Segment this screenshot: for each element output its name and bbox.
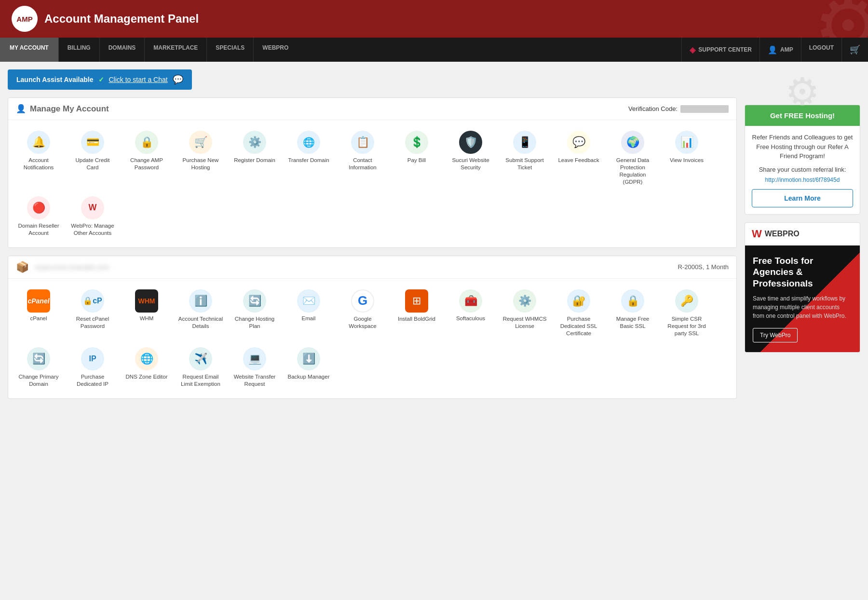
purchase-dedicated-ip-label: Purchase Dedicated IP: [70, 373, 115, 388]
share-label: Share your custom referral link:: [752, 166, 853, 173]
contact-information-item[interactable]: 📋 Contact Information: [336, 126, 389, 191]
backup-manager-item[interactable]: ⬇️ Backup Manager: [282, 342, 335, 393]
cpanel-item[interactable]: cPanel cPanel: [12, 285, 65, 342]
amp-button[interactable]: 👤 AMP: [760, 38, 801, 62]
purchase-dedicated-ssl-label: Purchase Dedicated SSL Certificate: [556, 315, 601, 337]
domain-reseller-label: Domain Reseller Account: [16, 222, 61, 237]
google-workspace-label: Google Workspace: [340, 315, 385, 330]
gdpr-item[interactable]: 🌍 General Data Protection Regulation (GD…: [606, 126, 659, 191]
change-primary-domain-icon: 🔄: [27, 347, 50, 370]
change-primary-domain-item[interactable]: 🔄 Change Primary Domain: [12, 342, 65, 393]
account-technical-details-item[interactable]: ℹ️ Account Technical Details: [174, 285, 227, 342]
webpro-manage-item[interactable]: W WebPro: Manage Other Accounts: [66, 191, 119, 242]
cart-button[interactable]: 🛒: [841, 38, 868, 62]
try-webpro-button[interactable]: Try WebPro: [753, 328, 798, 342]
reset-cpanel-password-icon: 🔒cP: [81, 289, 104, 313]
change-amp-password-item[interactable]: 🔒 Change AMP Password: [120, 126, 173, 191]
whm-item[interactable]: WHM WHM: [120, 285, 173, 342]
account-technical-details-label: Account Technical Details: [178, 315, 223, 330]
chat-bar[interactable]: Launch Assist Available ✓ Click to start…: [8, 69, 192, 90]
manage-account-section: 👤 Manage My Account Verification Code: 🔔…: [8, 97, 737, 248]
webpro-manage-icon: W: [81, 196, 104, 219]
learn-more-button[interactable]: Learn More: [752, 189, 853, 207]
register-domain-item[interactable]: ⚙️ Register Domain: [228, 126, 281, 191]
webpro-banner-title: Free Tools for Agencies & Professionals: [753, 255, 852, 289]
whm-label: WHM: [140, 315, 154, 321]
check-icon: ✓: [98, 76, 104, 83]
purchase-new-hosting-item[interactable]: 🛒 Purchase New Hosting: [174, 126, 227, 191]
sucuri-item[interactable]: 🛡️ Sucuri Website Security: [444, 126, 497, 191]
navigation: MY ACCOUNT BILLING DOMAINS MARKETPLACE S…: [0, 38, 868, 62]
pay-bill-icon: 💲: [405, 131, 428, 154]
request-whmcs-item[interactable]: ⚙️ Request WHMCS License: [498, 285, 551, 342]
domain-reseller-icon: 🔴: [27, 196, 50, 219]
support-center-button[interactable]: ◈ SUPPORT CENTER: [681, 38, 760, 62]
google-workspace-item[interactable]: G Google Workspace: [336, 285, 389, 342]
account-notifications-item[interactable]: 🔔 Account Notifications: [12, 126, 65, 191]
backup-manager-label: Backup Manager: [288, 373, 330, 381]
leave-feedback-item[interactable]: 💬 Leave Feedback: [552, 126, 605, 191]
purchase-new-hosting-icon: 🛒: [189, 131, 212, 154]
update-credit-card-item[interactable]: 💳 Update Credit Card: [66, 126, 119, 191]
backup-manager-icon: ⬇️: [297, 347, 320, 370]
pay-bill-item[interactable]: 💲 Pay Bill: [390, 126, 443, 191]
manage-free-ssl-icon: 🔒: [621, 289, 644, 313]
verification-code: Verification Code:: [628, 105, 729, 113]
contact-information-label: Contact Information: [340, 157, 385, 171]
nav-item-my-account[interactable]: MY ACCOUNT: [0, 38, 59, 62]
request-email-limit-item[interactable]: ✈️ Request Email Limit Exemption: [174, 342, 227, 393]
simple-csr-label: Simple CSR Request for 3rd party SSL: [664, 315, 709, 337]
purchase-dedicated-ip-item[interactable]: IP Purchase Dedicated IP: [66, 342, 119, 393]
free-hosting-card: Get FREE Hosting! Refer Friends and Coll…: [745, 105, 860, 215]
transfer-domain-item[interactable]: 🌐 Transfer Domain: [282, 126, 335, 191]
email-item[interactable]: ✉️ Email: [282, 285, 335, 342]
user-icon: 👤: [16, 104, 26, 114]
change-amp-password-icon: 🔒: [135, 131, 158, 154]
domain-reseller-item[interactable]: 🔴 Domain Reseller Account: [12, 191, 65, 242]
submit-support-ticket-icon: 📱: [513, 131, 536, 154]
logo[interactable]: AMP: [12, 6, 38, 32]
nav-item-marketplace[interactable]: MARKETPLACE: [145, 38, 207, 62]
website-transfer-item[interactable]: 💻 Website Transfer Request: [228, 342, 281, 393]
nav-item-domains[interactable]: DOMAINS: [100, 38, 145, 62]
change-hosting-plan-item[interactable]: 🔄 Change Hosting Plan: [228, 285, 281, 342]
logout-button[interactable]: LOGOUT: [801, 38, 841, 62]
sucuri-icon: 🛡️: [459, 131, 482, 154]
install-boldgrid-label: Install BoldGrid: [398, 315, 435, 323]
install-boldgrid-icon: ⊞: [405, 289, 428, 313]
leave-feedback-label: Leave Feedback: [558, 157, 599, 164]
reset-cpanel-password-item[interactable]: 🔒cP Reset cPanel Password: [66, 285, 119, 342]
simple-csr-item[interactable]: 🔑 Simple CSR Request for 3rd party SSL: [660, 285, 713, 342]
chat-bubble-icon: 💬: [173, 74, 183, 85]
request-whmcs-icon: ⚙️: [513, 289, 536, 313]
webpro-card: W WEBPRO Free Tools for Agencies & Profe…: [745, 222, 860, 353]
hosting-header: 📦 myaccount.example.com R-2000S, 1 Month: [8, 256, 736, 279]
hosting-grid: cPanel cPanel 🔒cP Reset cPanel Password …: [8, 279, 736, 399]
website-transfer-label: Website Transfer Request: [232, 373, 277, 388]
change-hosting-plan-icon: 🔄: [243, 289, 266, 313]
chat-link[interactable]: Click to start a Chat: [109, 76, 168, 83]
free-hosting-body: Refer Friends and Colleagues to get Free…: [745, 126, 860, 214]
dns-zone-editor-item[interactable]: 🌐 DNS Zone Editor: [120, 342, 173, 393]
install-boldgrid-item[interactable]: ⊞ Install BoldGrid: [390, 285, 443, 342]
softaculous-item[interactable]: 🧰 Softaculous: [444, 285, 497, 342]
webpro-banner-body: Save time and simplify workflows by mana…: [753, 294, 852, 320]
submit-support-ticket-item[interactable]: 📱 Submit Support Ticket: [498, 126, 551, 191]
change-hosting-plan-label: Change Hosting Plan: [232, 315, 277, 330]
nav-item-billing[interactable]: BILLING: [59, 38, 100, 62]
nav-item-webpro[interactable]: WEBPRO: [254, 38, 297, 62]
register-domain-label: Register Domain: [234, 157, 275, 164]
view-invoices-item[interactable]: 📊 View Invoices: [660, 126, 713, 191]
nav-item-specials[interactable]: SPECIALS: [207, 38, 254, 62]
webpro-manage-label: WebPro: Manage Other Accounts: [70, 222, 115, 237]
referral-link[interactable]: http://inmotion.host/6f78945d: [765, 177, 840, 183]
purchase-dedicated-ssl-item[interactable]: 🔐 Purchase Dedicated SSL Certificate: [552, 285, 605, 342]
request-email-limit-icon: ✈️: [189, 347, 212, 370]
free-hosting-header[interactable]: Get FREE Hosting!: [745, 105, 860, 126]
hosting-account-name: myaccount.example.com: [35, 263, 672, 271]
webpro-logo-label: WEBPRO: [765, 230, 800, 238]
dns-zone-editor-icon: 🌐: [135, 347, 158, 370]
manage-free-ssl-item[interactable]: 🔒 Manage Free Basic SSL: [606, 285, 659, 342]
free-hosting-description: Refer Friends and Colleagues to get Free…: [752, 133, 853, 161]
softaculous-icon: 🧰: [459, 289, 482, 313]
